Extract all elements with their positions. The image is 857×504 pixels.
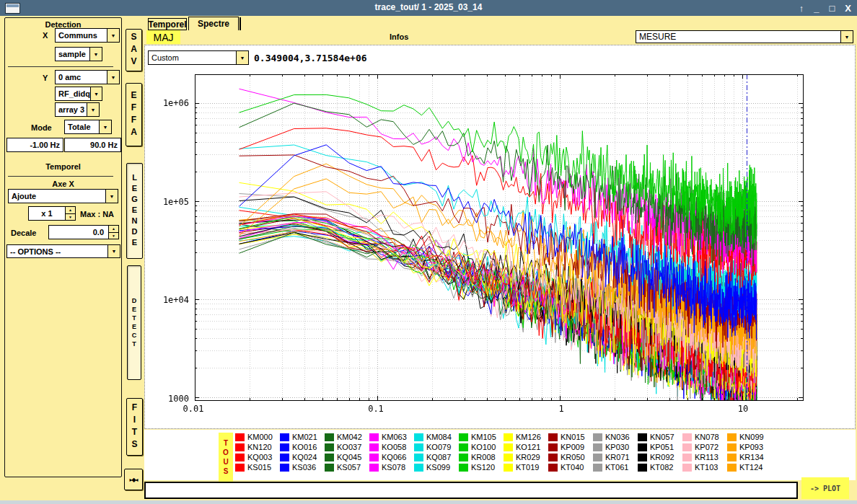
legend-item[interactable]: KM126 [504,432,548,442]
x-select[interactable]: Communs ▼ [55,28,120,43]
legend-item[interactable]: KT103 [682,462,727,472]
legend-item[interactable]: KR008 [459,452,504,462]
tab-temporel[interactable]: Temporel [148,18,187,30]
legend-item[interactable]: KN057 [638,432,682,442]
spin-down-icon[interactable]: ▼ [109,233,118,239]
shade-button[interactable]: ↑ [799,3,804,14]
legend-item[interactable]: KO121 [504,442,548,452]
legend-item[interactable]: KO100 [459,442,504,452]
close-button[interactable]: X [845,3,851,14]
spin-up-icon[interactable]: ▲ [66,207,75,214]
legend-item[interactable]: KT082 [638,462,682,472]
legend-item[interactable]: KP051 [638,442,682,452]
legend-item[interactable]: KR134 [727,452,772,462]
color-swatch [504,454,513,461]
x-sub-select[interactable]: sample ▼ [55,47,102,61]
y-sub-select[interactable]: RF_didq ▼ [55,87,102,101]
legend-item[interactable]: KS120 [459,462,504,472]
multiplier-stepper[interactable]: x 1 ▲ ▼ [28,206,76,221]
legend-item[interactable]: KS015 [235,462,280,472]
mode-select[interactable]: Totale ▼ [64,120,112,134]
legend-item[interactable]: KT124 [727,462,772,472]
spin-up-icon[interactable]: ▲ [109,226,118,233]
legend-item[interactable]: KR029 [504,452,548,462]
chevron-down-icon[interactable]: ▼ [105,190,118,203]
legend-item[interactable]: KM084 [414,432,459,442]
y-tick-label: 1e+05 [149,197,189,207]
legend-item[interactable]: KN015 [548,432,593,442]
chevron-down-icon[interactable]: ▼ [87,103,99,116]
legend-item[interactable]: KT019 [504,462,548,472]
options-select[interactable]: -- OPTIONS -- ▼ [6,244,120,258]
sav-button[interactable]: SAV [126,29,142,71]
freq-min-field[interactable]: -1.00 Hz [6,138,63,152]
fits-button[interactable]: FITS [126,398,143,456]
legend-item[interactable]: KS036 [280,462,325,472]
tab-spectre[interactable]: Spectre [188,17,239,30]
range-select[interactable]: Custom ▼ [148,50,249,65]
legend-item[interactable]: KQ087 [414,452,459,462]
legend-item[interactable]: KP009 [548,442,593,452]
chevron-down-icon[interactable]: ▼ [840,31,853,43]
tous-button[interactable]: TOUS [219,433,233,483]
legend-item[interactable]: KS099 [414,462,459,472]
legend-item[interactable]: KQ066 [369,452,414,462]
plot-button[interactable]: -> PLOT [801,477,849,499]
legend-item[interactable]: KM021 [280,432,325,442]
legende-button[interactable]: LEGENDE [126,163,143,259]
maj-button[interactable]: MAJ [146,30,180,44]
legend-item[interactable]: KM105 [459,432,504,442]
legend-item[interactable]: KM063 [369,432,414,442]
spectrum-chart[interactable] [144,66,856,428]
chevron-down-icon[interactable]: ▼ [107,71,119,84]
decale-stepper[interactable]: 0.0 ▲ ▼ [48,225,119,239]
legend-item[interactable]: KO037 [325,442,369,452]
channel-label: KO100 [471,443,496,451]
y-select[interactable]: 0 amc ▼ [55,70,120,84]
legend-item[interactable]: KO079 [414,442,459,452]
legend-item[interactable]: KR050 [548,452,593,462]
legend-item[interactable]: KP093 [727,442,772,452]
color-swatch [727,443,737,451]
chevron-down-icon[interactable]: ▼ [236,51,248,64]
legend-item[interactable]: KR113 [682,452,727,462]
legend-item[interactable]: KT061 [593,462,638,472]
legend-item[interactable]: KS057 [325,462,369,472]
chevron-down-icon[interactable]: ▼ [99,120,111,133]
legend-item[interactable]: KT040 [548,462,593,472]
legend-item[interactable]: KN078 [682,432,727,442]
legend-item[interactable]: KM000 [235,432,280,442]
y-axis-label: Y [43,74,48,82]
legend-item[interactable]: KS078 [369,462,414,472]
effa-button[interactable]: EFFA [126,83,142,146]
color-swatch [414,443,423,451]
axe-x-select[interactable]: Ajoute ▼ [8,189,118,203]
legend-item[interactable]: KR092 [638,452,682,462]
minimize-button[interactable]: _ [814,3,819,14]
chevron-down-icon[interactable]: ▼ [107,245,120,257]
detect-button[interactable]: DETECT [127,265,141,380]
legend-item[interactable]: KM042 [325,432,369,442]
legend-item[interactable]: KN120 [235,442,280,452]
legend-item[interactable]: KN036 [593,432,638,442]
legend-item[interactable]: KQ045 [325,452,369,462]
y-array-select[interactable]: array 3 ▼ [55,102,100,117]
legend-item[interactable]: KO058 [369,442,414,452]
chevron-down-icon[interactable]: ▼ [89,48,102,61]
legend-item[interactable]: KP030 [593,442,638,452]
freq-max-field[interactable]: 90.0 Hz [64,138,121,152]
color-swatch [459,443,468,451]
legend-item[interactable]: KO016 [280,442,325,452]
legend-item[interactable]: KQ024 [280,452,325,462]
legend-item[interactable]: KQ003 [235,452,280,462]
maximize-button[interactable]: □ [829,3,835,14]
chevron-down-icon[interactable]: ▼ [107,29,119,42]
command-input[interactable] [144,482,798,499]
legend-item[interactable]: KP072 [682,442,727,452]
legend-item[interactable]: KN099 [727,432,772,442]
legend-item[interactable]: KR071 [593,452,638,462]
jump-marker-button[interactable]: ▸◆◂ [124,469,143,490]
mesure-select[interactable]: MESURE ▼ [636,30,853,43]
chevron-down-icon[interactable]: ▼ [90,87,102,100]
spin-down-icon[interactable]: ▼ [66,214,75,221]
